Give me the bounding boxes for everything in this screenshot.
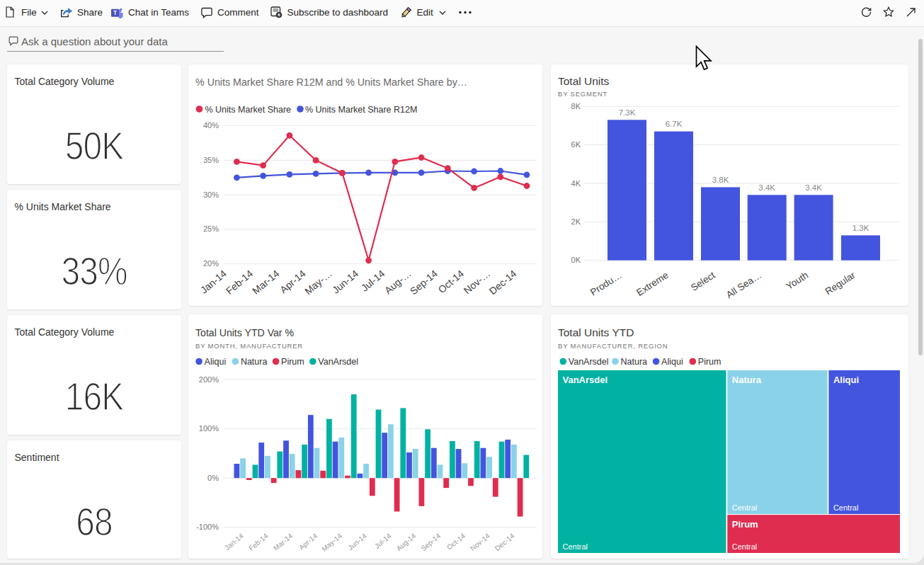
svg-text:8K: 8K (571, 102, 581, 110)
svg-text:7.3K: 7.3K (619, 108, 636, 117)
svg-text:1.3K: 1.3K (852, 224, 869, 232)
svg-text:Central: Central (563, 542, 588, 551)
svg-text:Feb-14: Feb-14 (247, 532, 270, 552)
svg-text:Jul-14: Jul-14 (359, 268, 387, 294)
svg-text:Oct-14: Oct-14 (436, 268, 467, 295)
svg-text:Central: Central (833, 503, 858, 512)
svg-text:40%: 40% (203, 121, 219, 130)
svg-text:4K: 4K (571, 179, 581, 188)
svg-text:Extreme: Extreme (634, 270, 670, 298)
svg-text:Total Units: Total Units (558, 75, 610, 87)
svg-text:VanArsdel: VanArsdel (563, 375, 608, 385)
svg-text:3.8K: 3.8K (712, 176, 729, 184)
svg-text:-100%: -100% (196, 523, 219, 531)
svg-text:Jan-14: Jan-14 (198, 268, 229, 296)
svg-text:Total Units YTD: Total Units YTD (558, 326, 634, 338)
svg-text:Aug-14: Aug-14 (395, 532, 418, 552)
svg-text:Central: Central (732, 503, 757, 512)
svg-text:Total Units YTD Var %: Total Units YTD Var % (195, 326, 294, 338)
svg-text:BY MONTH, MANUFACTURER: BY MONTH, MANUFACTURER (195, 342, 303, 350)
svg-text:Aliqui: Aliqui (205, 357, 227, 367)
svg-text:6K: 6K (571, 140, 581, 149)
svg-text:Natura: Natura (621, 357, 648, 367)
svg-text:Dec-14: Dec-14 (487, 268, 519, 297)
svg-text:Mar-14: Mar-14 (250, 268, 281, 297)
svg-text:Nov-…: Nov-… (462, 268, 493, 296)
svg-text:All Sea…: All Sea… (724, 270, 763, 300)
svg-text:200%: 200% (199, 375, 219, 384)
svg-text:May-14: May-14 (320, 532, 343, 553)
svg-text:Pirum: Pirum (698, 357, 721, 367)
svg-text:Pirum: Pirum (281, 357, 304, 367)
svg-text:Apr-14: Apr-14 (278, 268, 308, 295)
svg-text:BY SEGMENT: BY SEGMENT (558, 90, 608, 98)
svg-text:Central: Central (732, 542, 757, 551)
svg-text:% Units Market Share: % Units Market Share (205, 105, 292, 115)
svg-text:BY MANUFACTURER, REGION: BY MANUFACTURER, REGION (558, 342, 668, 350)
svg-text:% Units Market Share R12M: % Units Market Share R12M (305, 105, 417, 115)
svg-text:3.4K: 3.4K (758, 183, 775, 192)
svg-text:Sep-14: Sep-14 (419, 532, 442, 552)
svg-text:VanArsdel: VanArsdel (569, 357, 609, 367)
svg-text:Pirum: Pirum (732, 519, 758, 530)
svg-text:100%: 100% (199, 424, 219, 433)
svg-text:6.7K: 6.7K (666, 120, 683, 128)
svg-text:Aliqui: Aliqui (833, 375, 859, 385)
svg-text:Feb-14: Feb-14 (224, 268, 255, 297)
svg-text:30%: 30% (203, 190, 219, 199)
svg-text:Jul-14: Jul-14 (373, 532, 393, 550)
svg-text:Regular: Regular (823, 270, 857, 297)
svg-text:0K: 0K (571, 256, 581, 264)
svg-text:25%: 25% (203, 224, 219, 233)
svg-text:3.4K: 3.4K (805, 183, 822, 192)
svg-text:Dec-14: Dec-14 (494, 532, 516, 552)
svg-text:Aug-…: Aug-… (382, 268, 413, 296)
svg-text:2K: 2K (571, 217, 581, 226)
svg-text:Apr-14: Apr-14 (297, 532, 319, 552)
svg-text:Jun-14: Jun-14 (330, 268, 360, 296)
svg-text:VanArsdel: VanArsdel (318, 357, 358, 367)
svg-text:May-…: May-… (302, 268, 334, 297)
svg-text:T: T (113, 9, 118, 16)
svg-text:Jan-14: Jan-14 (223, 532, 245, 552)
svg-text:Sep-14: Sep-14 (408, 268, 440, 297)
svg-text:Produ…: Produ… (588, 270, 624, 298)
svg-text:Jun-14: Jun-14 (346, 532, 368, 552)
svg-text:% Units Market Share R12M and: % Units Market Share R12M and % Units Ma… (195, 76, 467, 88)
svg-text:Select: Select (689, 270, 717, 293)
svg-text:Youth: Youth (785, 270, 811, 292)
svg-text:Aliqui: Aliqui (661, 357, 683, 367)
svg-text:20%: 20% (203, 259, 219, 268)
svg-text:Natura: Natura (732, 375, 762, 385)
svg-text:Nov-14: Nov-14 (469, 532, 491, 552)
svg-text:0%: 0% (207, 474, 219, 482)
svg-text:35%: 35% (203, 156, 219, 164)
svg-text:Mar-14: Mar-14 (272, 532, 295, 552)
svg-text:Natura: Natura (241, 357, 268, 367)
svg-text:Oct-14: Oct-14 (445, 532, 467, 552)
